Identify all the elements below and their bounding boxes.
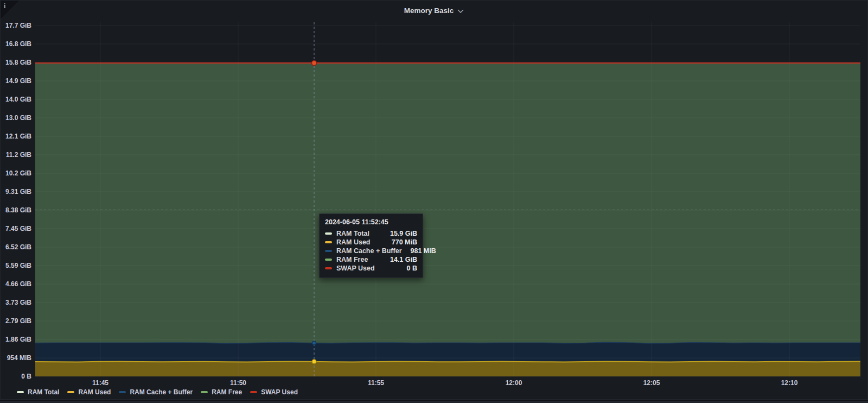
y-tick-label: 13.0 GiB xyxy=(3,114,31,122)
area-ram-free xyxy=(35,63,860,343)
tooltip-series-label: SWAP Used xyxy=(336,265,375,272)
tooltip-series-label: RAM Free xyxy=(336,256,368,263)
area-ram-used xyxy=(35,362,860,377)
legend-swatch xyxy=(250,391,257,393)
dashboard-page: i Memory Basic 0 B954 MiB1.86 GiB2.79 Gi… xyxy=(0,0,868,403)
memory-chart[interactable] xyxy=(1,1,868,400)
y-tick-label: 0 B xyxy=(3,373,31,380)
marker-swap-used xyxy=(312,61,317,66)
y-tick-label: 5.59 GiB xyxy=(3,262,31,269)
legend-item-ram-free[interactable]: RAM Free xyxy=(201,388,242,396)
tooltip-row: RAM Used770 MiB xyxy=(325,238,417,247)
tooltip-series-value: 0 B xyxy=(398,265,417,272)
y-tick-label: 14.0 GiB xyxy=(3,96,31,103)
tooltip-row: RAM Free14.1 GiB xyxy=(325,255,417,264)
y-tick-label: 14.9 GiB xyxy=(3,77,31,85)
tooltip-series-value: 770 MiB xyxy=(383,238,417,246)
legend-label: RAM Used xyxy=(78,388,111,396)
x-tick-label: 12:05 xyxy=(633,379,671,387)
x-tick-label: 11:45 xyxy=(81,379,119,387)
legend-swatch xyxy=(119,391,126,393)
legend-item-ram-used[interactable]: RAM Used xyxy=(67,388,111,396)
legend-item-ram-cache-buffer[interactable]: RAM Cache + Buffer xyxy=(119,388,193,396)
series-swatch xyxy=(325,241,332,243)
y-tick-label: 8.38 GiB xyxy=(3,206,31,214)
x-tick-label: 12:00 xyxy=(495,379,533,387)
legend-label: SWAP Used xyxy=(261,388,298,396)
y-tick-label: 12.1 GiB xyxy=(3,133,31,140)
legend-label: RAM Free xyxy=(212,388,242,396)
legend-swatch xyxy=(17,391,24,393)
chart-tooltip: 2024-06-05 11:52:45 RAM Total15.9 GiBRAM… xyxy=(319,213,423,278)
tooltip-timestamp: 2024-06-05 11:52:45 xyxy=(325,218,417,226)
tooltip-series-value: 14.1 GiB xyxy=(381,256,417,263)
chevron-down-icon xyxy=(457,9,464,13)
y-tick-label: 11.2 GiB xyxy=(3,151,31,159)
y-tick-label: 6.52 GiB xyxy=(3,243,31,251)
y-tick-label: 17.7 GiB xyxy=(3,22,31,29)
y-tick-label: 1.86 GiB xyxy=(3,336,31,343)
memory-basic-panel: i Memory Basic 0 B954 MiB1.86 GiB2.79 Gi… xyxy=(0,0,868,400)
y-tick-label: 3.73 GiB xyxy=(3,299,31,306)
tooltip-series-value: 981 MiB xyxy=(402,247,436,255)
legend-label: RAM Total xyxy=(28,388,59,396)
tooltip-series-label: RAM Total xyxy=(336,230,369,237)
series-swatch xyxy=(325,267,332,269)
tooltip-series-value: 15.9 GiB xyxy=(381,230,417,237)
y-tick-label: 15.8 GiB xyxy=(3,59,31,66)
y-tick-label: 10.2 GiB xyxy=(3,169,31,177)
tooltip-row: SWAP Used0 B xyxy=(325,264,417,273)
legend-label: RAM Cache + Buffer xyxy=(130,388,193,396)
y-tick-label: 9.31 GiB xyxy=(3,188,31,196)
next-panel-top-edge xyxy=(0,401,868,403)
marker-ram-cache xyxy=(312,341,316,345)
legend-item-swap-used[interactable]: SWAP Used xyxy=(250,388,298,396)
legend-item-ram-total[interactable]: RAM Total xyxy=(17,388,59,396)
series-swatch xyxy=(325,259,332,261)
tooltip-series-label: RAM Cache + Buffer xyxy=(336,247,402,255)
y-tick-label: 954 MiB xyxy=(3,354,31,362)
marker-ram-used xyxy=(312,360,316,364)
x-tick-label: 12:10 xyxy=(770,379,808,387)
panel-header[interactable]: Memory Basic xyxy=(1,1,867,20)
legend-swatch xyxy=(67,391,74,393)
area-ram-cache xyxy=(35,342,860,362)
y-tick-label: 7.45 GiB xyxy=(3,225,31,232)
info-icon: i xyxy=(4,2,5,10)
y-tick-label: 4.66 GiB xyxy=(3,280,31,288)
chart-plot-area[interactable]: 0 B954 MiB1.86 GiB2.79 GiB3.73 GiB4.66 G… xyxy=(1,1,867,399)
line-ram-used xyxy=(35,362,860,362)
y-tick-label: 16.8 GiB xyxy=(3,40,31,48)
series-swatch xyxy=(325,250,332,252)
tooltip-series-label: RAM Used xyxy=(336,238,371,246)
tooltip-row: RAM Total15.9 GiB xyxy=(325,229,417,238)
series-swatch xyxy=(325,232,332,235)
tooltip-rows: RAM Total15.9 GiBRAM Used770 MiBRAM Cach… xyxy=(325,229,417,273)
x-tick-label: 11:55 xyxy=(357,379,395,387)
legend-swatch xyxy=(201,391,208,393)
x-tick-label: 11:50 xyxy=(219,379,257,387)
panel-info-corner[interactable]: i xyxy=(1,1,19,19)
panel-title: Memory Basic xyxy=(404,7,454,15)
tooltip-row: RAM Cache + Buffer981 MiB xyxy=(325,247,417,255)
legend: RAM TotalRAM UsedRAM Cache + BufferRAM F… xyxy=(17,387,298,397)
y-tick-label: 2.79 GiB xyxy=(3,317,31,325)
